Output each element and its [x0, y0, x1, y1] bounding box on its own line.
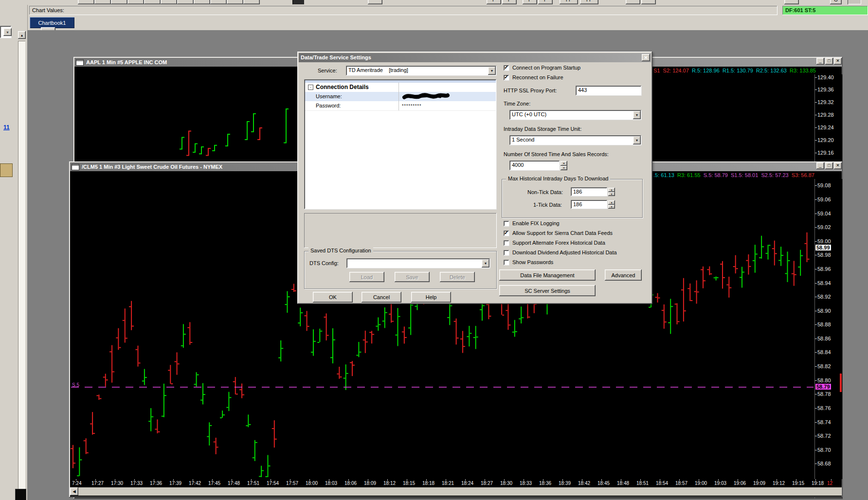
connection-details-list[interactable]: - Connection Details Username: Password:… [304, 79, 497, 210]
scroll-left-icon[interactable]: ◀ [70, 487, 78, 496]
spin-up-icon[interactable]: ▲ [608, 188, 615, 192]
check-icon: ✓ [504, 230, 508, 236]
dts-config-select[interactable]: ▼ [346, 258, 490, 268]
clm5-horizontal-scrollbar[interactable]: ◀ [70, 487, 842, 496]
scroll-up-icon[interactable]: ▲ [18, 31, 26, 39]
price-scale-label: 59.02 [817, 224, 831, 230]
rail-scroll-track[interactable] [18, 41, 25, 489]
maximize-icon[interactable]: □ [825, 58, 833, 65]
cancel-button[interactable]: Cancel [362, 292, 401, 303]
close-icon[interactable]: ✕ [834, 58, 842, 65]
close-icon[interactable]: ✕ [642, 54, 650, 61]
spin-up-icon[interactable]: ▲ [561, 161, 567, 166]
spin-down-icon[interactable]: ▼ [608, 205, 615, 209]
max-days-group: Max Historical Intraday Days To Download… [502, 179, 643, 218]
toolbar-button[interactable] [94, 0, 111, 4]
clm5-price-scale[interactable]: 58.99 58.79 59.0859.0659.0459.0259.0058.… [814, 179, 842, 479]
password-row[interactable]: Password: ********* [305, 101, 496, 111]
advanced-button[interactable]: Advanced [605, 269, 642, 281]
dialog-title-bar[interactable]: Data/Trade Service Settings ✕ [299, 53, 651, 62]
spin-down-icon[interactable]: ▼ [608, 192, 615, 196]
toolbar-button[interactable] [784, 0, 799, 4]
spin-up-icon[interactable]: ▲ [608, 200, 615, 205]
toolbar-button[interactable]: FF [560, 0, 578, 4]
checkbox-row-enable-fix-logging[interactable]: Enable FIX Logging [504, 220, 650, 230]
one-tick-input[interactable]: 186 [571, 200, 608, 209]
minimize-icon[interactable]: _ [816, 162, 824, 169]
checkbox-row-allow-support-for-sierra-chart-data-feeds[interactable]: ✓Allow Support for Sierra Chart Data Fee… [504, 230, 650, 239]
clm5-s-levels: S.5: 58.79 S1.5: 58.01 S2.5: 57.23 [704, 172, 792, 178]
non-tick-stepper[interactable]: ▲▼ [608, 188, 615, 196]
checkbox-checked[interactable]: ✓ [504, 231, 509, 236]
checkbox[interactable] [504, 250, 509, 256]
toolbar-button[interactable] [227, 0, 243, 4]
price-scale-label: 129.20 [817, 137, 834, 143]
checkbox-checked[interactable]: ✓ [504, 75, 509, 81]
toolbar-button[interactable] [177, 0, 194, 4]
help-button[interactable]: Help [411, 292, 451, 303]
rail-combo-fragment[interactable]: ▼ [0, 24, 15, 40]
toolbar-button[interactable] [848, 0, 861, 4]
chevron-down-icon[interactable]: ▼ [482, 259, 489, 268]
chevron-down-icon[interactable]: ▼ [488, 67, 496, 75]
checkbox-row-reconnect-on-failure[interactable]: ✓Reconnect on Failure [504, 74, 650, 84]
chevron-down-icon[interactable]: ▼ [633, 136, 641, 144]
toolbar-button[interactable] [161, 0, 177, 4]
collapse-icon[interactable]: - [308, 85, 313, 90]
toolbar-button[interactable] [368, 0, 382, 4]
toolbar-button[interactable] [144, 0, 161, 4]
checkbox-row-download-dividend-adjusted-historical-data[interactable]: Download Dividend Adjusted Historical Da… [504, 249, 650, 259]
minimize-icon[interactable]: _ [816, 58, 824, 65]
proxy-port-input[interactable]: 443 [576, 86, 642, 96]
toolbar-button[interactable] [641, 0, 656, 4]
sc-server-settings-button[interactable]: SC Server Settings [499, 285, 596, 296]
chevron-down-icon[interactable]: ▼ [3, 28, 12, 36]
toolbar-button[interactable] [127, 0, 144, 4]
records-input[interactable]: 4000 [509, 161, 560, 171]
username-row[interactable]: Username: [305, 92, 496, 102]
toolbar-button[interactable]: F [487, 0, 501, 4]
save-button[interactable]: Save [395, 272, 430, 282]
toolbar-button[interactable] [626, 0, 640, 4]
toolbar-button[interactable]: F [502, 0, 517, 4]
maximize-icon[interactable]: □ [825, 162, 833, 169]
color-swatch[interactable] [0, 163, 13, 177]
intraday-unit-select[interactable]: 1 Second ▼ [509, 135, 642, 145]
connection-details-section-row[interactable]: - Connection Details [305, 83, 496, 92]
checkbox[interactable] [504, 260, 509, 266]
data-file-management-button[interactable]: Data File Management [499, 269, 596, 281]
password-masked-value[interactable]: ********* [402, 103, 422, 108]
toolbar-button[interactable] [210, 0, 227, 4]
time-zone-select[interactable]: UTC (+0 UTC) ▼ [509, 110, 642, 120]
toolbar-button[interactable] [194, 0, 210, 4]
intraday-unit-value: 1 Second [512, 137, 632, 143]
service-select[interactable]: TD Ameritrade [trading] ▼ [346, 66, 497, 76]
chevron-down-icon[interactable]: ▼ [633, 111, 641, 119]
checkbox-checked[interactable]: ✓ [504, 65, 509, 71]
toolbar-button[interactable] [78, 0, 94, 4]
delete-button[interactable]: Delete [440, 272, 475, 282]
checkbox-row-show-passwords[interactable]: Show Passwords [504, 259, 650, 268]
one-tick-stepper[interactable]: ▲▼ [608, 200, 615, 209]
checkbox-row-support-alternate-forex-historical-data[interactable]: Support Alternate Forex Historical Data [504, 239, 650, 249]
rail-bottom-icon[interactable] [15, 489, 26, 500]
tab-chartbook1[interactable]: Chartbook1 [30, 17, 74, 28]
rail-link-11[interactable]: 11 [3, 124, 10, 131]
checkbox-row-connect-on-program-startup[interactable]: ✓Connect on Program Startup [504, 64, 650, 74]
top-toolbar: FFFFFFFFG [27, 0, 868, 5]
spin-down-icon[interactable]: ▼ [561, 166, 567, 171]
toolbar-button[interactable]: G [830, 0, 842, 4]
ok-button[interactable]: OK [313, 292, 353, 303]
toolbar-button[interactable]: F [538, 0, 553, 4]
toolbar-button[interactable] [243, 0, 260, 4]
checkbox[interactable] [504, 240, 509, 246]
non-tick-input[interactable]: 186 [571, 187, 608, 196]
records-stepper[interactable]: ▲▼ [561, 161, 567, 170]
toolbar-button[interactable] [111, 0, 127, 4]
checkbox[interactable] [504, 221, 509, 227]
toolbar-button[interactable] [292, 0, 304, 4]
load-button[interactable]: Load [349, 272, 384, 282]
close-icon[interactable]: ✕ [834, 162, 842, 169]
toolbar-button[interactable]: FF [580, 0, 598, 4]
toolbar-button[interactable]: F [523, 0, 537, 4]
